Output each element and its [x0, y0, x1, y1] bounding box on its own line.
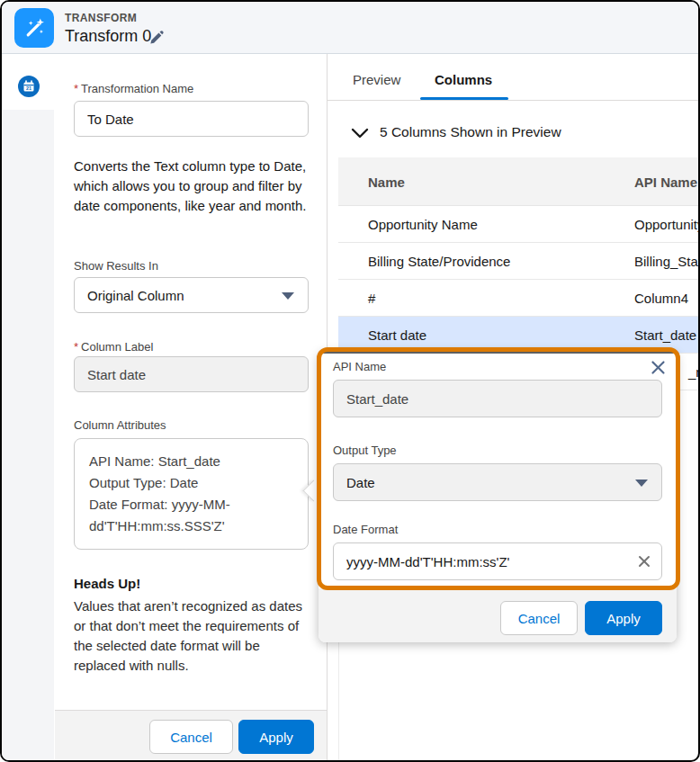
attr-output-type: Output Type: Date: [89, 472, 293, 494]
tab-preview[interactable]: Preview: [353, 72, 400, 87]
svg-text:21: 21: [26, 85, 31, 91]
transformation-name-input[interactable]: [74, 101, 309, 137]
dropdown-triangle-icon: [282, 292, 294, 300]
cancel-button[interactable]: Cancel: [149, 720, 233, 754]
header-name: Name: [368, 174, 405, 189]
pencil-icon[interactable]: [148, 30, 165, 49]
api-name-input: [333, 380, 662, 417]
row-name: #: [368, 291, 375, 306]
attr-api-name: API Name: Start_date: [89, 451, 293, 472]
api-name-label: API Name: [333, 360, 386, 373]
table-header-row: Name API Name: [338, 157, 700, 206]
column-attributes-label: Column Attributes: [74, 418, 166, 432]
transform-description: Converts the Text column type to Date, w…: [74, 157, 312, 216]
date-format-field: [333, 542, 662, 580]
row-name: Billing State/Providence: [368, 254, 510, 269]
show-results-value: Original Column: [87, 288, 184, 303]
row-api-name: Opportunity_Name: [634, 217, 700, 232]
show-results-select[interactable]: Original Column: [74, 277, 309, 313]
date-format-label: Date Format: [333, 523, 398, 536]
page-title: Transform 0: [65, 27, 151, 46]
magic-wand-icon: [14, 8, 54, 48]
table-row-selected[interactable]: Start date Start_date: [338, 317, 700, 354]
apply-button[interactable]: Apply: [238, 720, 314, 754]
output-type-label: Output Type: [333, 444, 397, 457]
canvas-gutter: [2, 110, 54, 762]
attr-date-format: Date Format: yyyy-MM-dd'T'HH:mm:ss.SSS'Z…: [89, 494, 293, 537]
required-marker: *: [74, 82, 78, 95]
header: TRANSFORM Transform 0: [2, 2, 698, 54]
chevron-down-icon[interactable]: [351, 127, 369, 143]
row-api-name: Billing_State_Providence: [634, 254, 700, 269]
heads-up-title: Heads Up!: [74, 576, 140, 591]
popover-apply-button[interactable]: Apply: [585, 601, 662, 635]
heads-up-body: Values that aren’t recognized as dates o…: [74, 596, 313, 676]
row-api-name: Column4: [634, 291, 688, 306]
required-marker: *: [74, 340, 78, 354]
columns-shown-summary: 5 Columns Shown in Preview: [380, 124, 561, 140]
header-eyebrow: TRANSFORM: [65, 12, 137, 24]
close-x-icon[interactable]: [651, 360, 666, 379]
tab-columns[interactable]: Columns: [435, 72, 492, 87]
row-name: Start date: [368, 327, 426, 343]
row-api-name: Start_date: [634, 327, 696, 343]
column-label-input: [74, 356, 309, 392]
popover-top-border: [319, 351, 677, 354]
header-api-name: API Name: [634, 174, 697, 189]
clear-x-icon[interactable]: [638, 555, 651, 571]
show-results-label: Show Results In: [74, 259, 158, 273]
output-type-value: Date: [346, 475, 375, 490]
date-format-input[interactable]: [333, 542, 662, 580]
column-attributes-popover: API Name Output Type Date Date Format Ca…: [319, 351, 677, 642]
table-row[interactable]: Opportunity Name Opportunity_Name: [338, 206, 700, 243]
row-api-name-fragment: _nur: [688, 364, 700, 380]
output-type-select[interactable]: Date: [333, 463, 662, 501]
row-name: Opportunity Name: [368, 217, 478, 232]
transform-editor-window: TRANSFORM Transform 0 21 *Transformation…: [0, 0, 700, 762]
column-label-label: *Column Label: [74, 338, 153, 354]
column-attributes-box: API Name: Start_date Output Type: Date D…: [74, 438, 309, 550]
table-row[interactable]: # Column4: [338, 280, 700, 317]
table-row[interactable]: Billing State/Providence Billing_State_P…: [338, 243, 700, 280]
to-date-calendar-icon: 21: [18, 76, 40, 97]
dropdown-triangle-icon: [635, 480, 648, 487]
popover-cancel-button[interactable]: Cancel: [500, 601, 578, 635]
tabs-divider: [328, 100, 700, 101]
transformation-name-label: *Transformation Name: [74, 80, 193, 96]
